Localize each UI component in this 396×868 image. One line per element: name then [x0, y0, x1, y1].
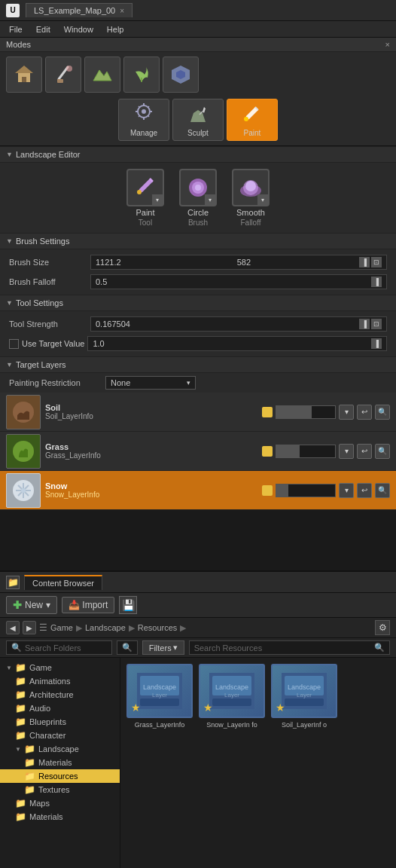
le-paint-tool[interactable]: ▾ Paint Tool — [126, 169, 164, 227]
circle-brush-dropdown[interactable]: ▾ — [205, 194, 215, 205]
painting-restriction-dropdown[interactable]: None ▾ — [105, 376, 196, 390]
folder-resources[interactable]: 📁 Resources — [0, 769, 120, 783]
subtool-paint[interactable]: Paint — [227, 99, 278, 141]
folder-materials-label: Materials — [38, 758, 72, 767]
bc-landscape-link[interactable]: Landscape — [85, 623, 126, 632]
layer-item-snow[interactable]: Snow Snow_LayerInfo ▾ ↩ 🔍 — [0, 471, 396, 510]
tab-close-icon[interactable]: × — [120, 7, 124, 15]
painting-restriction-label: Painting Restriction — [9, 378, 99, 387]
spacer — [0, 510, 396, 570]
landscape-editor-header: ▼ Landscape Editor — [0, 146, 396, 163]
soil-search-btn[interactable]: 🔍 — [375, 405, 390, 420]
folder-search-btn[interactable]: 🔍 — [117, 640, 138, 655]
folder-audio[interactable]: 📁 Audio — [0, 701, 120, 715]
paint-tool-dropdown[interactable]: ▾ — [152, 194, 163, 205]
subtool-manage[interactable]: Manage — [118, 99, 169, 141]
animations-folder-icon: 📁 — [15, 676, 26, 686]
page-wrap: U LS_Example_Map_00 × File Edit Window H… — [0, 0, 396, 868]
folder-materials2[interactable]: 📁 Materials — [0, 810, 120, 824]
snow-dropdown-btn[interactable]: ▾ — [339, 483, 354, 498]
bc-resources-link[interactable]: Resources — [138, 623, 178, 632]
menu-window[interactable]: Window — [58, 23, 99, 35]
materials-folder-icon: 📁 — [24, 757, 35, 768]
layer-item-soil[interactable]: Soil Soil_LayerInfo ▾ ↩ 🔍 — [0, 393, 396, 432]
folder-materials[interactable]: 📁 Materials — [0, 756, 120, 769]
grass-dropdown-btn[interactable]: ▾ — [339, 444, 354, 459]
brush-falloff-slider-btn[interactable]: ▐ — [371, 277, 382, 287]
menu-help[interactable]: Help — [101, 23, 130, 35]
tool-foliage[interactable] — [123, 57, 160, 93]
bc-settings-btn[interactable]: ⚙ — [375, 620, 390, 635]
folder-game[interactable]: ▼ 📁 Game — [0, 661, 120, 674]
snow-layer-thumb: Landscape Layer ★ — [199, 664, 265, 718]
brush-size-expand-btn[interactable]: ⊡ — [371, 257, 382, 267]
cb-filter-button[interactable]: Filters ▾ — [142, 640, 184, 655]
tool-paintmode[interactable] — [45, 57, 81, 93]
brush-size-row: Brush Size 1121.2 582 ▐ ⊡ — [0, 252, 396, 272]
assets-grid: Landscape Layer ★ Grass_LayerInfo — [126, 664, 390, 729]
svg-rect-4 — [57, 79, 63, 83]
bc-forward-btn[interactable]: ▶ — [23, 621, 36, 634]
soil-dropdown-btn[interactable]: ▾ — [339, 405, 354, 420]
game-expand-arrow: ▼ — [6, 665, 12, 671]
grass-back-btn[interactable]: ↩ — [357, 444, 372, 459]
le-circle-main-label: Circle — [187, 208, 209, 217]
cb-tab[interactable]: Content Browser — [24, 575, 102, 590]
tool-strength-slider[interactable]: ▐ — [359, 319, 370, 329]
tool-strength-input[interactable]: 0.167504 ▐ ⊡ — [90, 316, 387, 332]
asset-soil-layer[interactable]: Landscape Layer ★ Soil_LayerInf o — [271, 664, 337, 729]
tool-placement[interactable] — [6, 57, 42, 93]
snow-search-btn[interactable]: 🔍 — [375, 483, 390, 498]
brush-size-input[interactable]: 1121.2 582 ▐ ⊡ — [90, 255, 387, 270]
layer-item-grass[interactable]: Grass Grass_LayerInfo ▾ ↩ 🔍 — [0, 432, 396, 471]
subtool-sculpt[interactable]: Sculpt — [172, 99, 224, 141]
painting-restriction-value: None — [111, 378, 130, 387]
folder-character[interactable]: 📁 Character — [0, 729, 120, 742]
grass-controls: ▾ ↩ 🔍 — [262, 444, 390, 459]
brush-falloff-input[interactable]: 0.5 ▐ — [90, 274, 387, 289]
use-target-checkbox[interactable] — [9, 339, 19, 349]
menu-file[interactable]: File — [3, 23, 29, 35]
folder-maps[interactable]: 📁 Maps — [0, 796, 120, 810]
bc-game-link[interactable]: Game — [50, 623, 73, 632]
asset-grass-layer[interactable]: Landscape Layer ★ Grass_LayerInfo — [126, 664, 193, 729]
main-tab[interactable]: LS_Example_Map_00 × — [26, 3, 133, 17]
smooth-falloff-dropdown[interactable]: ▾ — [257, 194, 268, 205]
asset-search-placeholder: Search Resources — [194, 643, 371, 653]
le-smooth-falloff[interactable]: ▾ Smooth Falloff — [232, 169, 270, 227]
target-val-slider[interactable]: ▐ — [371, 338, 382, 349]
folder-animations[interactable]: 📁 Animations — [0, 674, 120, 688]
tool-strength-expand[interactable]: ⊡ — [371, 319, 382, 329]
folder-search-placeholder: Search Folders — [25, 643, 81, 653]
soil-weight-bar — [276, 405, 336, 419]
folder-animations-label: Animations — [29, 677, 70, 686]
maps-folder-icon: 📁 — [15, 798, 26, 808]
brush-size-slider-btn[interactable]: ▐ — [359, 257, 370, 267]
le-circle-brush[interactable]: ▾ Circle Brush — [179, 169, 217, 227]
soil-back-btn[interactable]: ↩ — [357, 405, 372, 420]
folder-resources-label: Resources — [38, 772, 78, 781]
modes-close-btn[interactable]: × — [385, 40, 390, 49]
folder-architecture[interactable]: 📁 Architecture — [0, 688, 120, 701]
menu-edit[interactable]: Edit — [30, 23, 56, 35]
cb-new-button[interactable]: ✚ New ▾ — [6, 596, 57, 614]
cb-save-button[interactable]: 💾 — [119, 596, 137, 614]
folder-audio-label: Audio — [29, 704, 50, 713]
snow-back-btn[interactable]: ↩ — [357, 483, 372, 498]
target-value-input[interactable]: 1.0 ▐ — [87, 336, 387, 351]
tool-landscape[interactable] — [84, 57, 120, 93]
bc-arrow1: ▶ — [76, 623, 82, 633]
asset-snow-layer[interactable]: Landscape Layer ★ Snow_LayerIn fo — [199, 664, 265, 729]
cb-import-button[interactable]: 📥 Import — [62, 597, 114, 613]
brush-falloff-label: Brush Falloff — [9, 277, 84, 286]
folder-textures[interactable]: 📁 Textures — [0, 783, 120, 796]
folder-blueprints[interactable]: 📁 Blueprints — [0, 715, 120, 729]
folder-landscape[interactable]: ▼ 📁 Landscape — [0, 742, 120, 756]
snow-asset-label: Snow_LayerIn fo — [206, 721, 257, 729]
cb-main: ▼ 📁 Game 📁 Animations 📁 Architecture 📁 A… — [0, 658, 396, 868]
grass-search-btn[interactable]: 🔍 — [375, 444, 390, 459]
manage-label: Manage — [130, 129, 157, 137]
tool-settings-header: ▼ Tool Settings — [0, 295, 396, 311]
bc-back-btn[interactable]: ◀ — [6, 621, 20, 634]
tool-geometry[interactable] — [163, 57, 199, 93]
